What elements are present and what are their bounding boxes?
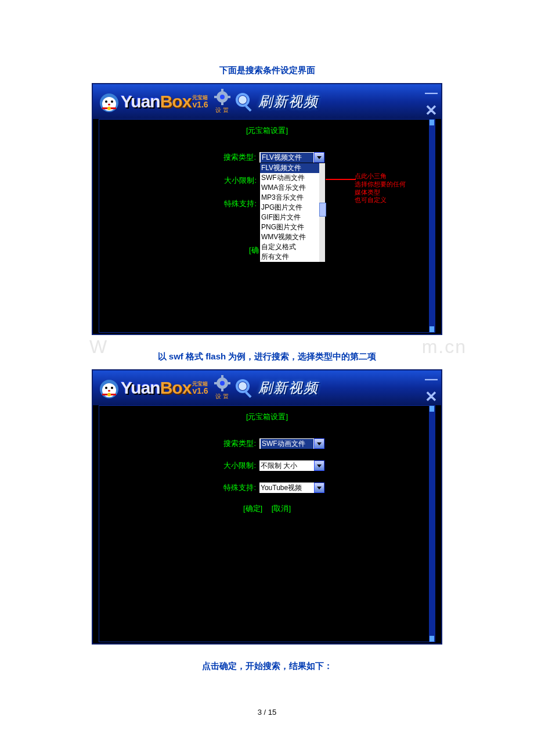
search-type-options-list: FLV视频文件 SWF动画文件 WMA音乐文件 MP3音乐文件 JPG图片文件 … <box>259 163 326 262</box>
list-item[interactable]: 所有文件 <box>260 252 325 262</box>
label-search-type: 搜索类型: <box>210 438 256 449</box>
list-item[interactable]: PNG图片文件 <box>260 222 325 232</box>
screenshot-settings-dropdown: YuanBox 元宝箱 v1.6 设 置 <box>92 83 442 335</box>
dropdown-arrow-icon[interactable] <box>314 483 324 493</box>
label-special: 特殊支持: <box>210 199 257 209</box>
list-item[interactable]: WMV视频文件 <box>260 232 325 242</box>
cat-mascot-icon <box>96 89 122 114</box>
search-icon <box>234 377 255 398</box>
list-item[interactable]: 自定义格式 <box>260 242 325 252</box>
panel-title: [元宝箱设置] <box>99 125 435 136</box>
gear-icon <box>214 375 230 391</box>
svg-rect-11 <box>214 96 218 98</box>
svg-rect-12 <box>227 96 230 98</box>
screenshot-settings-swf: YuanBox 元宝箱 v1.6 设 置 <box>92 369 442 645</box>
list-item[interactable]: FLV视频文件 <box>260 163 325 173</box>
list-item[interactable]: GIF图片文件 <box>260 213 325 222</box>
svg-point-19 <box>111 387 113 389</box>
settings-panel: [元宝箱设置] 搜索类型: FLV视频文件 FLV视频文件 SWF动画文件 WM… <box>99 119 435 333</box>
list-item[interactable]: SWF动画文件 <box>260 173 325 183</box>
list-item[interactable]: JPG图片文件 <box>260 203 325 213</box>
search-type-value: FLV视频文件 <box>261 153 313 163</box>
minimize-button[interactable]: — <box>424 372 439 387</box>
settings-button[interactable]: 设 置 <box>212 89 233 114</box>
special-support-dropdown[interactable]: YouTube视频 <box>259 483 324 493</box>
size-limit-value: 不限制 大小 <box>261 461 314 471</box>
caption-top: 下面是搜索条件设定界面 <box>219 65 315 76</box>
settings-panel: [元宝箱设置] 搜索类型: SWF动画文件 大小限制: 不限制 大小 特殊支持: <box>99 405 435 642</box>
dropdown-arrow-icon[interactable] <box>314 152 324 163</box>
list-item[interactable]: WMA音乐文件 <box>260 183 325 193</box>
app-logo-text: YuanBox <box>121 92 191 111</box>
cat-mascot-icon <box>96 375 122 401</box>
svg-rect-31 <box>245 391 251 398</box>
svg-point-8 <box>220 95 225 99</box>
svg-rect-9 <box>221 89 223 92</box>
size-limit-dropdown[interactable]: 不限制 大小 <box>259 460 324 471</box>
caption-middle: 以 swf 格式 flash 为例，进行搜索，选择类型中的第二项 <box>158 351 377 362</box>
svg-point-30 <box>239 382 247 390</box>
svg-point-14 <box>239 96 247 104</box>
svg-point-3 <box>111 100 113 103</box>
svg-point-24 <box>220 381 225 386</box>
app-header: YuanBox 元宝箱 v1.6 设 置 <box>93 370 441 406</box>
list-item[interactable]: MP3音乐文件 <box>260 193 325 203</box>
app-logo-subtitle: 元宝箱 v1.6 <box>192 381 208 395</box>
svg-point-2 <box>105 100 107 103</box>
confirm-partial-text: [确 <box>249 245 259 255</box>
settings-button[interactable]: 设 置 <box>212 375 233 401</box>
confirm-button[interactable]: [确定] <box>243 504 262 513</box>
panel-scrollbar[interactable] <box>429 120 435 332</box>
search-type-value: SWF动画文件 <box>261 439 313 449</box>
gear-icon <box>214 89 230 105</box>
refresh-video-button[interactable]: 刷新视频 <box>258 379 319 397</box>
svg-rect-27 <box>214 382 218 384</box>
svg-point-20 <box>108 390 110 392</box>
cancel-button[interactable]: [取消] <box>272 504 291 513</box>
caption-bottom: 点击确定，开始搜索，结果如下： <box>202 661 333 672</box>
app-logo-subtitle: 元宝箱 v1.6 <box>192 95 208 109</box>
page-number: 3 / 15 <box>258 708 277 717</box>
minimize-button[interactable]: — <box>424 85 439 100</box>
label-size-limit: 大小限制: <box>210 175 257 186</box>
app-logo-text: YuanBox <box>121 378 191 398</box>
label-special: 特殊支持: <box>210 483 256 493</box>
search-icon <box>234 91 255 112</box>
search-type-dropdown[interactable]: SWF动画文件 <box>259 438 324 449</box>
close-button[interactable]: ✕ <box>424 388 439 406</box>
svg-rect-26 <box>221 388 223 391</box>
search-type-dropdown[interactable]: FLV视频文件 FLV视频文件 SWF动画文件 WMA音乐文件 MP3音乐文件 … <box>259 152 324 163</box>
app-header: YuanBox 元宝箱 v1.6 设 置 <box>93 84 441 120</box>
label-size-limit: 大小限制: <box>210 460 256 471</box>
watermark-left: W <box>89 336 108 358</box>
dropdown-arrow-icon[interactable] <box>314 438 324 449</box>
svg-rect-10 <box>221 102 223 105</box>
svg-point-4 <box>108 104 110 106</box>
special-support-value: YouTube视频 <box>261 483 314 493</box>
svg-point-18 <box>105 387 107 389</box>
options-scrollbar[interactable] <box>319 163 325 262</box>
svg-rect-28 <box>227 382 230 384</box>
svg-point-6 <box>107 107 111 110</box>
svg-point-22 <box>107 393 111 397</box>
label-search-type: 搜索类型: <box>210 152 256 163</box>
svg-rect-25 <box>221 375 223 379</box>
watermark-right: m.cn <box>422 336 467 358</box>
dropdown-arrow-icon[interactable] <box>314 460 324 471</box>
close-button[interactable]: ✕ <box>424 102 439 120</box>
panel-title: [元宝箱设置] <box>99 412 435 422</box>
refresh-video-button[interactable]: 刷新视频 <box>258 92 319 111</box>
svg-rect-15 <box>245 105 251 111</box>
